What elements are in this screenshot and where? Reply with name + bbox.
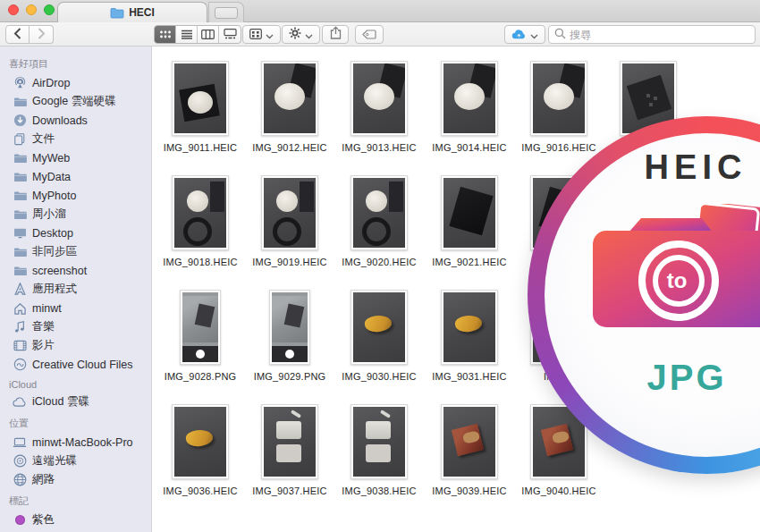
sidebar-item-遠端光碟[interactable]: 遠端光碟 (0, 452, 151, 470)
file-item[interactable]: IMG_9029.PNG (245, 290, 334, 382)
sidebar-item-音樂[interactable]: 音樂 (0, 317, 151, 336)
file-item[interactable]: IMG_9030.HEIC (334, 290, 424, 382)
tab-stub[interactable] (208, 2, 244, 22)
file-item[interactable]: IMG_9018.HEIC (156, 175, 245, 267)
sidebar-item-label: Downloads (32, 114, 88, 127)
tag-icon (362, 27, 376, 43)
file-thumbnail (172, 404, 229, 479)
folder-icon (13, 189, 27, 203)
minimize-button[interactable] (26, 4, 37, 15)
window-body: 喜好項目 AirDrop Google 雲端硬碟 Downloads 文件 My… (0, 46, 760, 532)
sidebar-item-label: MyWeb (32, 152, 70, 165)
cloud-sync-button[interactable] (504, 25, 545, 44)
file-thumbnail (350, 61, 408, 136)
file-thumbnail (261, 175, 318, 250)
sidebar-item-myphoto[interactable]: MyPhoto (0, 186, 151, 205)
sidebar-item-minwt[interactable]: minwt (0, 299, 151, 317)
badge-jpg-label: JPG (579, 358, 760, 398)
sidebar-item-應用程式[interactable]: 應用程式 (0, 280, 151, 299)
desktop-icon (13, 226, 27, 241)
file-thumbnail (180, 290, 221, 365)
sidebar-item-文件[interactable]: 文件 (0, 130, 151, 148)
heic-to-jpg-badge: HEIC (528, 116, 760, 474)
file-item[interactable]: IMG_9038.HEIC (334, 404, 424, 496)
arrange-button[interactable] (242, 25, 281, 44)
tag-button[interactable] (355, 25, 384, 44)
icons-view-button[interactable] (155, 26, 176, 43)
file-name: IMG_9038.HEIC (334, 486, 424, 496)
file-name: IMG_9019.HEIC (245, 257, 334, 267)
chevron-left-icon (13, 27, 21, 43)
sidebar-item-label: AirDrop (32, 77, 70, 89)
forward-button[interactable] (30, 25, 54, 44)
sidebar-section: iCloud iCloud 雲碟 (0, 374, 151, 411)
network-icon (13, 473, 27, 487)
file-name: IMG_9028.PNG (156, 371, 245, 382)
sidebar-item-desktop[interactable]: Desktop (0, 224, 151, 242)
sidebar-item-網路[interactable]: 網路 (0, 470, 151, 489)
file-item[interactable]: IMG_9036.HEIC (156, 404, 245, 496)
sidebar-section: 標記 紫色 藍色 (0, 489, 151, 532)
sidebar-item-label: MyPhoto (32, 190, 76, 202)
toolbar (0, 22, 760, 46)
file-item[interactable]: IMG_9037.HEIC (245, 404, 334, 496)
file-name: IMG_9013.HEIC (334, 142, 424, 153)
file-thumbnail (269, 290, 310, 365)
file-thumbnail (350, 175, 408, 250)
sidebar-item-label: minwt-MacBook-Pro (32, 436, 133, 449)
file-item[interactable]: IMG_9028.PNG (156, 290, 245, 382)
share-button-wrap (322, 25, 349, 44)
search-input[interactable] (570, 29, 749, 41)
sidebar-item-myweb[interactable]: MyWeb (0, 148, 151, 167)
file-item[interactable]: IMG_9012.HEIC (245, 61, 334, 153)
download-icon (13, 114, 27, 128)
sidebar-section-header: 喜好項目 (0, 52, 151, 73)
zoom-button[interactable] (44, 4, 55, 15)
sidebar-item-label: Creative Cloud Files (32, 359, 133, 371)
sidebar-item-label: iCloud 雲碟 (32, 394, 89, 410)
file-name: IMG_9040.HEIC (514, 486, 604, 496)
sidebar-item-非同步區[interactable]: 非同步區 (0, 242, 151, 261)
close-button[interactable] (8, 4, 19, 15)
action-button[interactable] (282, 25, 320, 44)
file-thumbnail (350, 404, 408, 479)
file-item[interactable]: IMG_9019.HEIC (245, 175, 334, 267)
sidebar-item-creative-cloud-files[interactable]: Creative Cloud Files (0, 355, 151, 374)
file-item[interactable]: IMG_9014.HEIC (425, 61, 514, 153)
traffic-lights (8, 4, 55, 15)
sidebar-item-label: minwt (32, 302, 62, 315)
sidebar-item-icloud-雲碟[interactable]: iCloud 雲碟 (0, 393, 151, 411)
sidebar-item-screenshot[interactable]: screenshot (0, 261, 151, 280)
sidebar-item-minwt-macbook-pro[interactable]: minwt-MacBook-Pro (0, 433, 151, 452)
back-button[interactable] (5, 25, 30, 44)
tab-heci[interactable]: HECI (57, 2, 207, 22)
movies-icon (13, 339, 27, 353)
file-name: IMG_9014.HEIC (425, 142, 514, 153)
sidebar-item-周小溜[interactable]: 周小溜 (0, 205, 151, 224)
icloud-icon (13, 395, 27, 410)
file-item[interactable]: IMG_9013.HEIC (334, 61, 424, 153)
file-item[interactable]: IMG_9031.HEIC (425, 290, 514, 382)
file-item[interactable]: IMG_9039.HEIC (425, 404, 514, 496)
sidebar-item-紫色[interactable]: 紫色 (0, 511, 151, 529)
list-view-button[interactable] (176, 26, 198, 43)
sidebar-item-label: screenshot (32, 265, 87, 277)
coverflow-view-button[interactable] (219, 26, 241, 43)
sidebar-item-downloads[interactable]: Downloads (0, 111, 151, 130)
columns-view-button[interactable] (198, 26, 219, 43)
sidebar-item-mydata[interactable]: MyData (0, 167, 151, 186)
file-name: IMG_9021.HEIC (425, 257, 514, 267)
folder-icon (13, 95, 27, 109)
sidebar-item-label: 網路 (32, 472, 55, 487)
folder-icon (13, 151, 27, 165)
sidebar-item-影片[interactable]: 影片 (0, 336, 151, 355)
file-item[interactable]: IMG_9020.HEIC (334, 175, 424, 267)
file-name: IMG_9031.HEIC (425, 371, 514, 382)
file-item[interactable]: IMG_9011.HEIC (156, 61, 245, 153)
file-item[interactable]: IMG_9021.HEIC (425, 175, 514, 267)
arrange-icon (249, 27, 262, 43)
sidebar-item-google-雲端硬碟[interactable]: Google 雲端硬碟 (0, 92, 151, 111)
sidebar-item-airdrop[interactable]: AirDrop (0, 73, 151, 92)
share-button[interactable] (322, 25, 349, 44)
sidebar-item-label: Google 雲端硬碟 (32, 94, 116, 109)
